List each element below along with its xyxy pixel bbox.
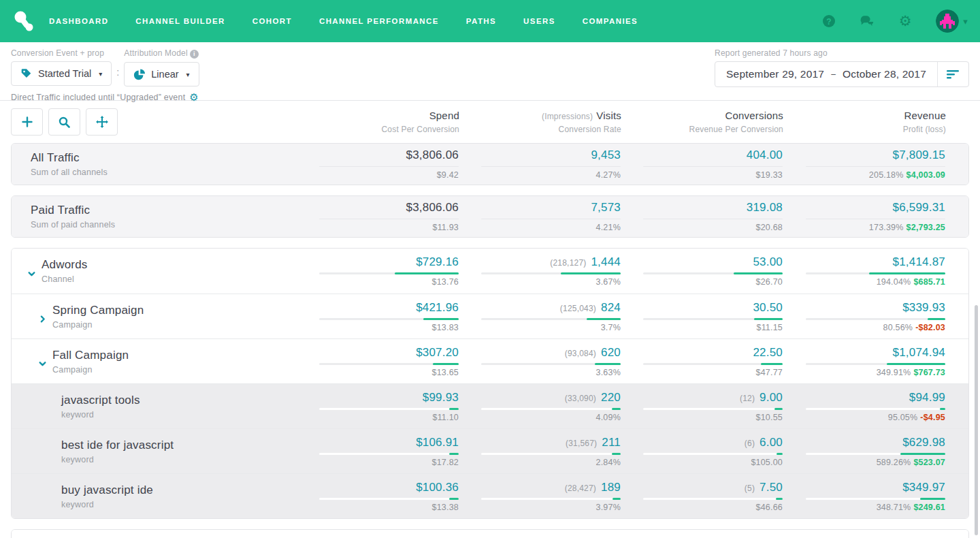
spend-bar-track <box>319 219 459 219</box>
column-subtitle: Revenue Per Conversion <box>621 125 783 134</box>
nav-item-channel-builder[interactable]: CHANNEL BUILDER <box>135 17 225 25</box>
chevron-down-icon[interactable] <box>32 360 52 368</box>
column-header-revenue[interactable]: RevenueProfit (loss) <box>783 110 969 134</box>
visits-cell: 7,5734.21% <box>459 201 621 232</box>
conversions-bar-fill <box>734 272 783 274</box>
visits-pre-value: (33,090) <box>565 394 596 403</box>
tag-icon <box>20 68 32 80</box>
date-separator: – <box>831 69 836 79</box>
filter-icon[interactable] <box>937 62 968 86</box>
conversions-sub-value: $46.66 <box>756 503 783 512</box>
table-row[interactable]: Adwords Channel $729.16$13.76(218,127)1,… <box>12 249 968 294</box>
plus-icon <box>22 116 33 127</box>
spend-sub-value: $13.65 <box>432 368 459 377</box>
add-button[interactable] <box>11 108 43 136</box>
conversions-cell: 404.00$19.33 <box>621 148 783 180</box>
table-row[interactable]: Fall Campaign Campaign $307.20$13.65(93,… <box>12 338 968 383</box>
help-icon[interactable]: ? <box>821 14 836 29</box>
spend-bar-fill <box>423 318 459 320</box>
revenue-bar-track <box>806 408 945 410</box>
conversions-cell: 53.00$26.70 <box>621 255 783 287</box>
conversions-pre-value: (6) <box>745 439 755 448</box>
visits-bar-fill <box>612 408 621 410</box>
date-range-picker: September 29, 2017 – October 28, 2017 <box>715 61 969 87</box>
visits-pre-value: (125,043) <box>560 304 596 313</box>
nav-item-channel-performance[interactable]: CHANNEL PERFORMANCE <box>319 17 439 25</box>
spend-value: $100.36 <box>416 481 459 494</box>
info-icon[interactable]: i <box>190 50 199 59</box>
conversion-event-dropdown[interactable]: Started Trial ▾ <box>11 61 112 86</box>
table-row[interactable]: All Traffic Sum of all channels $3,806.0… <box>12 144 968 185</box>
table-row[interactable]: buy javascript ide keyword $100.36$13.38… <box>12 473 968 518</box>
nav-item-users[interactable]: USERS <box>523 17 555 25</box>
spend-value: $729.16 <box>416 255 459 268</box>
spend-cell: $106.91$17.82 <box>297 436 459 467</box>
visits-cell: (125,043)8243.7% <box>459 301 621 332</box>
move-button[interactable] <box>86 108 118 136</box>
chevron-down-icon[interactable] <box>21 270 42 279</box>
conversions-bar-track <box>643 272 783 274</box>
visits-sub-value: 3.63% <box>596 368 621 377</box>
nav-item-companies[interactable]: COMPANIES <box>583 17 638 25</box>
table-card: Paid Traffic Sum of paid channels $3,806… <box>11 195 969 238</box>
conversions-value: 22.50 <box>753 346 783 359</box>
chat-icon[interactable] <box>860 14 875 29</box>
nav-item-paths[interactable]: PATHS <box>466 17 496 25</box>
chevron-right-icon[interactable] <box>32 315 52 323</box>
column-subtitle: Profit (loss) <box>783 125 946 134</box>
conversions-value: 319.08 <box>747 201 783 214</box>
column-subtitle: Cost Per Conversion <box>297 125 459 134</box>
conversions-cell: (6)6.00$105.00 <box>621 436 783 467</box>
visits-sub-value: 3.97% <box>596 503 621 512</box>
column-header-spend[interactable]: SpendCost Per Conversion <box>297 110 459 134</box>
revenue-bar-track <box>806 498 945 500</box>
note-gear-icon[interactable]: ⚙ <box>189 91 199 104</box>
pie-icon <box>133 69 145 80</box>
table-row[interactable]: Spring Campaign Campaign $421.96$13.83(1… <box>12 294 968 338</box>
column-title: Visits <box>596 110 621 121</box>
spend-bar-track <box>319 318 459 320</box>
conversions-bar-track <box>643 166 783 167</box>
spend-bar-track <box>319 408 459 410</box>
column-header-conversions[interactable]: ConversionsRevenue Per Conversion <box>621 110 783 134</box>
gear-icon[interactable]: ⚙ <box>898 14 913 29</box>
roi-percent: 173.39% <box>869 223 904 232</box>
search-button[interactable] <box>48 108 80 136</box>
visits-sub-value: 3.67% <box>596 277 621 287</box>
table-card: Video Channel $380.9067514.00$944.07 <box>11 529 969 538</box>
nav-item-cohort[interactable]: COHORT <box>252 17 292 25</box>
conversions-bar-fill <box>774 408 783 410</box>
table-row[interactable]: javascript tools keyword $99.93$11.10(33… <box>12 383 968 428</box>
vertical-scrollbar[interactable] <box>975 305 978 535</box>
visits-cell: (33,090)2204.09% <box>459 391 621 422</box>
revenue-bar-fill <box>900 453 945 455</box>
avatar[interactable] <box>936 10 959 33</box>
table-row[interactable]: best ide for javascript keyword $106.91$… <box>12 428 968 473</box>
visits-value: 9,453 <box>591 148 621 161</box>
visits-bar-fill <box>561 272 621 274</box>
row-title: Spring Campaign <box>52 304 144 317</box>
date-range[interactable]: September 29, 2017 – October 28, 2017 <box>715 68 937 80</box>
profit-line: 589.26%$523.07 <box>877 458 945 467</box>
nav-item-dashboard[interactable]: DASHBOARD <box>49 17 108 25</box>
row-title: Adwords <box>42 258 88 272</box>
revenue-cell: $349.97348.71%$249.61 <box>783 481 968 512</box>
table-row[interactable]: Video Channel $380.9067514.00$944.07 <box>12 530 968 538</box>
revenue-cell: $6,599.31173.39%$2,793.25 <box>783 201 968 232</box>
visits-bar-fill <box>587 318 621 320</box>
visits-bar-fill <box>612 453 621 455</box>
visits-value: 189 <box>601 481 621 494</box>
roi-percent: 80.56% <box>883 323 913 332</box>
table-row[interactable]: Paid Traffic Sum of paid channels $3,806… <box>12 196 968 237</box>
attribution-model-dropdown[interactable]: Linear ▾ <box>124 62 199 86</box>
attribution-logo[interactable] <box>12 10 35 33</box>
revenue-bar-fill <box>920 498 945 500</box>
direct-traffic-note: Direct Traffic included until “Upgraded”… <box>11 91 199 104</box>
visits-bar-track <box>481 408 621 410</box>
move-icon <box>96 116 108 128</box>
conversions-bar-track <box>643 219 783 219</box>
user-menu[interactable]: ▾ <box>936 10 968 33</box>
column-header-visits[interactable]: (Impressions)VisitsConversion Rate <box>459 110 621 134</box>
row-subtitle: keyword <box>61 455 174 464</box>
table-toolbar <box>11 108 118 136</box>
